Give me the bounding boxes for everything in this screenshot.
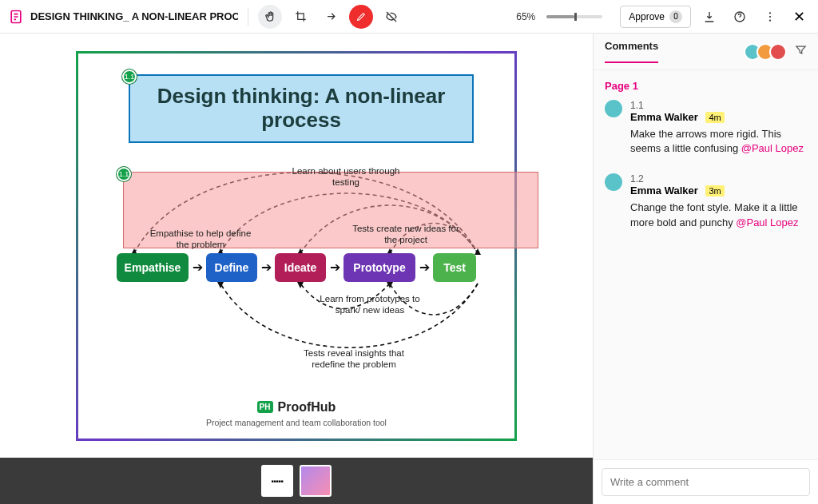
document-title: DESIGN THINKING_ A NON-LINEAR PROCE.....… — [30, 10, 238, 22]
arrow-icon: ➔ — [189, 260, 206, 275]
eye-off-icon — [385, 10, 398, 23]
comment-composer — [594, 459, 818, 504]
comment-input[interactable] — [602, 468, 810, 496]
approve-button[interactable]: Approve 0 — [620, 6, 691, 28]
annotation-text: Tests reveal insights that redefine the … — [286, 347, 422, 371]
avatar — [769, 43, 787, 61]
page-thumbnail[interactable]: ■■■■■ — [261, 465, 293, 497]
svg-marker-12 — [217, 282, 224, 288]
step-empathise: Empathise — [117, 253, 189, 282]
arrow-right-icon — [325, 10, 337, 22]
crop-icon — [295, 10, 307, 22]
annotation-text: Empathise to help define the problem — [149, 228, 252, 251]
close-button[interactable]: ✕ — [788, 8, 810, 26]
annotation-pin[interactable]: 1.1 — [122, 69, 137, 84]
svg-point-2 — [769, 12, 771, 14]
download-button[interactable] — [697, 5, 721, 29]
arrow-icon: ➔ — [326, 260, 343, 275]
comment-time: 4m — [705, 112, 724, 123]
canvas-area: Design thinking: A non-linear process 1.… — [0, 34, 593, 504]
process-steps: Empathise ➔ Define ➔ Ideate ➔ Prototype … — [117, 253, 548, 282]
annotation-pin[interactable]: 1.1 — [117, 167, 131, 181]
thumbnail-bar: ■■■■■ — [0, 458, 593, 504]
step-ideate: Ideate — [275, 253, 326, 282]
svg-point-4 — [769, 19, 771, 21]
annotate-button[interactable] — [349, 5, 373, 29]
comment-text: Make the arrows more rigid. This seems a… — [630, 127, 807, 156]
comment-author: Emma Walker — [630, 185, 698, 196]
comment-number: 1.2 — [630, 173, 807, 185]
artboard[interactable]: Design thinking: A non-linear process 1.… — [76, 51, 517, 441]
top-toolbar: DESIGN THINKING_ A NON-LINEAR PROCE.....… — [0, 0, 818, 34]
visibility-button[interactable] — [379, 5, 403, 29]
mention[interactable]: @Paul Lopez — [741, 142, 804, 154]
arrow-icon: ➔ — [257, 260, 275, 275]
more-button[interactable] — [758, 5, 782, 29]
comment-item[interactable]: 1.2 Emma Walker 3m Change the font style… — [605, 173, 807, 229]
annotation-text: Tests create new ideas for the project — [350, 223, 462, 246]
download-icon — [703, 10, 716, 23]
step-test: Test — [433, 253, 476, 282]
hand-tool-button[interactable] — [258, 5, 282, 29]
document-icon — [8, 9, 24, 25]
arrow-icon: ➔ — [415, 260, 433, 275]
step-define: Define — [206, 253, 257, 282]
avatar — [605, 173, 622, 191]
brand-name: ProofHub — [278, 400, 336, 415]
diagram-title: Design thinking: A non-linear process — [141, 85, 461, 133]
page-label: Page 1 — [605, 80, 807, 92]
avatar — [605, 100, 622, 117]
comment-item[interactable]: 1.1 Emma Walker 4m Make the arrows more … — [605, 100, 807, 156]
comment-time: 3m — [705, 185, 724, 196]
annotation-text: Learn from prototypes to spark/ new idea… — [310, 293, 430, 316]
page-thumbnail[interactable] — [300, 465, 332, 497]
annotation-text: Learn about users through testing — [286, 165, 406, 189]
help-icon — [733, 10, 746, 23]
tab-comments[interactable]: Comments — [605, 40, 658, 63]
svg-marker-10 — [387, 282, 393, 288]
brand-footer: PH ProofHub Project management and team … — [78, 399, 514, 427]
svg-point-3 — [769, 15, 771, 17]
comment-text: Change the font style. Make it a little … — [630, 200, 807, 229]
title-overlay[interactable]: Design thinking: A non-linear process — [129, 74, 474, 143]
brand-tagline: Project management and team collaboratio… — [78, 418, 514, 427]
separator — [248, 8, 248, 26]
brand-badge: PH — [257, 401, 273, 413]
comment-number: 1.1 — [630, 100, 807, 111]
approve-label: Approve — [629, 11, 665, 22]
hand-icon — [264, 10, 276, 22]
zoom-level: 65% — [516, 11, 535, 22]
pencil-icon — [356, 11, 367, 22]
crop-tool-button[interactable] — [288, 5, 312, 29]
zoom-slider[interactable] — [546, 15, 602, 18]
help-button[interactable] — [728, 5, 752, 29]
approve-count: 0 — [669, 10, 682, 23]
comment-author: Emma Walker — [630, 111, 698, 123]
collaborator-avatars[interactable] — [749, 43, 787, 61]
mention[interactable]: @Paul Lopez — [736, 216, 798, 228]
next-button[interactable] — [319, 5, 343, 29]
step-prototype: Prototype — [343, 253, 415, 282]
svg-marker-11 — [297, 282, 304, 288]
comments-sidebar: Comments Page 1 1.1 Emma Walker 4m — [593, 34, 818, 504]
filter-button[interactable] — [795, 44, 807, 59]
kebab-icon — [764, 10, 776, 23]
filter-icon — [795, 44, 807, 56]
